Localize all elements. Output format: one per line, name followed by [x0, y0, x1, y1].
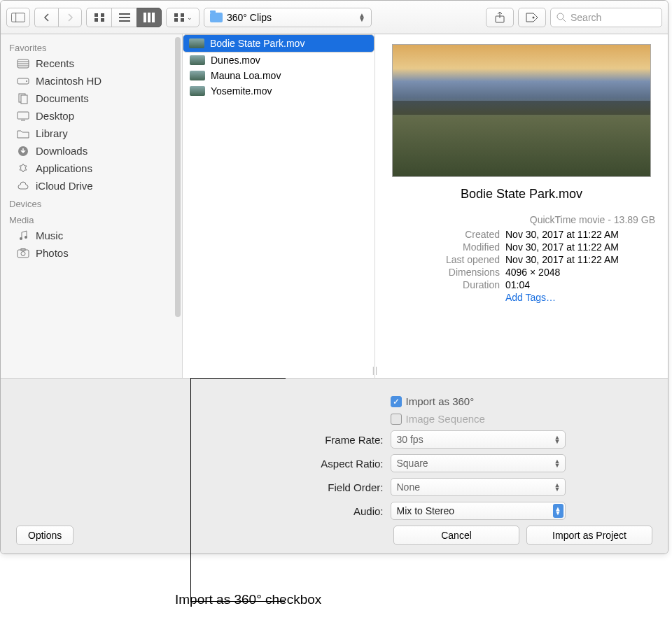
svg-point-26: [26, 80, 27, 82]
file-list: Bodie State Park.mov Dunes.mov Mauna Loa…: [183, 34, 375, 378]
share-button[interactable]: [486, 8, 514, 27]
image-sequence-checkbox-row: Image Sequence: [391, 413, 566, 425]
search-placeholder: Search: [570, 12, 601, 23]
svg-rect-9: [144, 13, 146, 22]
documents-icon: [16, 93, 30, 104]
meta-value: Nov 30, 2017 at 11:22 AM: [505, 241, 619, 253]
sidebar-item-documents[interactable]: Documents: [1, 90, 182, 107]
movie-thumb-icon: [190, 71, 205, 80]
movie-thumb-icon: [190, 55, 205, 65]
sidebar-item-label: Library: [36, 127, 68, 139]
svg-rect-2: [94, 13, 98, 17]
meta-value: Nov 30, 2017 at 11:22 AM: [505, 229, 619, 240]
button-label: Options: [28, 530, 62, 541]
cancel-button[interactable]: Cancel: [393, 526, 519, 545]
sidebar-item-desktop[interactable]: Desktop: [1, 107, 182, 125]
meta-key: Duration: [388, 279, 500, 290]
meta-key: Last opened: [388, 254, 500, 265]
checkbox-icon: [391, 414, 402, 425]
browser-body: Favorites Recents Macintosh HD Documents…: [1, 34, 668, 378]
sidebar-item-library[interactable]: Library: [1, 125, 182, 142]
file-row[interactable]: Mauna Loa.mov: [183, 68, 374, 83]
svg-rect-3: [101, 13, 104, 17]
sidebar-toggle-button[interactable]: [6, 8, 30, 27]
sidebar-item-macintosh-hd[interactable]: Macintosh HD: [1, 72, 182, 90]
sidebar-item-label: Desktop: [36, 110, 74, 122]
preview-type-line: QuickTime movie - 13.89 GB: [388, 214, 655, 225]
svg-rect-29: [18, 112, 29, 119]
sidebar-section-media: Media: [1, 211, 182, 227]
sidebar-item-photos[interactable]: Photos: [1, 244, 182, 262]
forward-button[interactable]: [58, 8, 82, 27]
meta-value: 01:04: [505, 279, 530, 290]
preview-metadata: QuickTime movie - 13.89 GB CreatedNov 30…: [388, 214, 655, 304]
group-by-button[interactable]: ⌄: [166, 8, 200, 27]
search-field[interactable]: Search: [550, 8, 662, 27]
sidebar-item-label: Recents: [36, 57, 74, 69]
search-icon: [556, 13, 566, 22]
chevron-updown-icon: ▲▼: [554, 435, 561, 444]
svg-rect-14: [174, 18, 178, 22]
audio-label: Audio:: [104, 505, 384, 517]
back-button[interactable]: [34, 8, 58, 27]
applications-icon: [16, 163, 30, 174]
music-icon: [16, 230, 30, 241]
path-popup[interactable]: 360° Clips ▲▼: [204, 8, 372, 27]
column-resize-handle[interactable]: ||: [372, 365, 378, 375]
checkbox-icon: ✓: [391, 396, 402, 407]
nav-segment: [34, 8, 82, 27]
file-name: Yosemite.mov: [211, 85, 272, 97]
sidebar-item-recents[interactable]: Recents: [1, 55, 182, 72]
downloads-icon: [16, 146, 30, 157]
file-name: Bodie State Park.mov: [210, 38, 304, 49]
options-button[interactable]: Options: [16, 526, 74, 545]
file-name: Mauna Loa.mov: [211, 70, 281, 81]
sidebar-item-music[interactable]: Music: [1, 227, 182, 244]
folder-icon: [16, 128, 30, 139]
column-view-button[interactable]: [136, 8, 162, 27]
import-options-panel: ✓Import as 360° Image Sequence Frame Rat…: [1, 378, 668, 554]
chevron-updown-icon: ▲▼: [554, 483, 561, 491]
movie-thumb-icon: [189, 38, 204, 48]
file-row[interactable]: Dunes.mov: [183, 52, 374, 68]
checkbox-label: Import as 360°: [406, 395, 475, 407]
svg-line-20: [563, 19, 566, 22]
scrollbar[interactable]: [175, 37, 181, 317]
sidebar-section-favorites: Favorites: [1, 38, 182, 55]
aspect-ratio-label: Aspect Ratio:: [104, 458, 384, 470]
button-label: Cancel: [441, 530, 472, 541]
import-360-checkbox-row[interactable]: ✓Import as 360°: [391, 395, 566, 407]
svg-rect-4: [94, 18, 98, 22]
select-value: Mix to Stereo: [397, 505, 454, 516]
annotation-text: Import as 360° checkbox: [175, 592, 321, 607]
sidebar-item-applications[interactable]: Applications: [1, 160, 182, 177]
folder-icon: [210, 13, 223, 22]
sidebar-item-label: Downloads: [36, 145, 88, 157]
chevron-updown-icon: ▲▼: [358, 13, 365, 22]
sidebar-section-devices: Devices: [1, 195, 182, 211]
meta-key: Created: [388, 229, 500, 240]
meta-key: Modified: [388, 241, 500, 253]
meta-value: Nov 30, 2017 at 11:22 AM: [505, 254, 619, 265]
sidebar-item-label: Music: [36, 230, 63, 241]
audio-select[interactable]: Mix to Stereo▲▼: [391, 502, 566, 520]
dialog-button-row: Options Cancel Import as Project: [13, 520, 655, 545]
icon-view-button[interactable]: [86, 8, 111, 27]
import-as-project-button[interactable]: Import as Project: [526, 526, 652, 545]
file-row[interactable]: Yosemite.mov: [183, 83, 374, 99]
import-dialog-window: ⌄ 360° Clips ▲▼ Search Favorites Recents…: [0, 0, 668, 554]
preview-title: Bodie State Park.mov: [388, 187, 655, 202]
svg-point-32: [20, 237, 22, 240]
sidebar-item-downloads[interactable]: Downloads: [1, 142, 182, 160]
meta-key: Dimensions: [388, 267, 500, 278]
add-tags-link[interactable]: Add Tags…: [505, 292, 556, 303]
list-view-button[interactable]: [111, 8, 136, 27]
tags-button[interactable]: [518, 8, 546, 27]
sidebar-item-icloud[interactable]: iCloud Drive: [1, 177, 182, 195]
file-row[interactable]: Bodie State Park.mov: [183, 34, 374, 52]
svg-point-18: [533, 16, 535, 18]
movie-thumb-icon: [190, 86, 205, 96]
frame-rate-select: 30 fps▲▼: [391, 430, 566, 449]
svg-rect-11: [152, 13, 155, 22]
sidebar-item-label: Macintosh HD: [36, 75, 102, 87]
